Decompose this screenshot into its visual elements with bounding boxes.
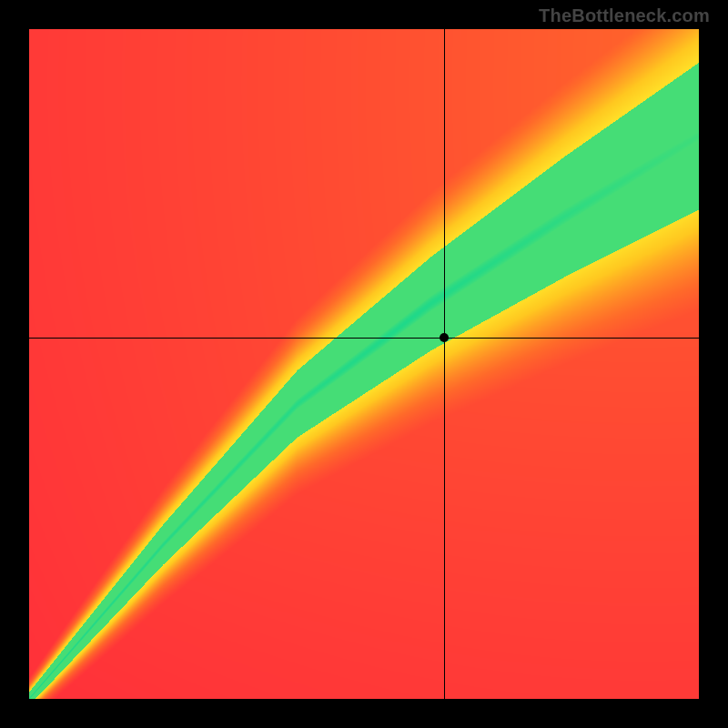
bottleneck-heatmap: [29, 29, 699, 699]
watermark-text: TheBottleneck.com: [539, 5, 710, 26]
chart-container: TheBottleneck.com: [0, 0, 728, 728]
